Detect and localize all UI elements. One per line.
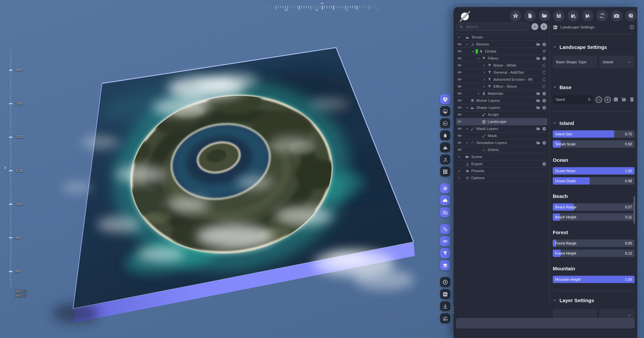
section-heading-landscape-settings[interactable]: Landscape Settings — [553, 44, 635, 50]
folder-icon[interactable] — [536, 106, 540, 110]
search-input[interactable] — [465, 24, 526, 29]
tree-row-presets[interactable]: Presets — [456, 167, 547, 175]
app-logo[interactable] — [458, 10, 472, 23]
info-icon[interactable] — [629, 24, 635, 30]
download-button[interactable] — [440, 301, 450, 311]
view-mode-button[interactable] — [440, 94, 450, 104]
section-heading-beach[interactable]: Beach — [553, 193, 635, 199]
terrain-wireframe-button[interactable] — [440, 118, 450, 128]
visibility-eye-icon[interactable] — [457, 42, 462, 47]
inspector-scrollbar[interactable] — [634, 196, 635, 224]
tree-row-general-add-set[interactable]: General - Add/Set — [456, 69, 547, 76]
seed-field[interactable]: Seed0 — [553, 95, 593, 104]
tree-row-sculpt[interactable]: Sculpt — [456, 111, 547, 118]
save-plus-button[interactable] — [568, 10, 579, 21]
refresh-icon[interactable] — [542, 77, 546, 82]
folder-icon[interactable] — [536, 127, 540, 131]
visibility-eye-icon[interactable] — [457, 77, 462, 82]
visibility-eye-icon[interactable] — [457, 84, 462, 89]
slider-island-size[interactable]: Island Size0.75 — [553, 130, 635, 138]
plus-c-icon[interactable] — [542, 127, 546, 131]
slider-beach-height[interactable]: Beach Height0.11 — [553, 213, 635, 221]
console-bar[interactable] — [456, 318, 635, 328]
plus-c-icon[interactable] — [542, 106, 546, 110]
visibility-eye-icon[interactable] — [457, 140, 462, 145]
slider-terrain-scale[interactable]: Terrain Scale0.50 — [553, 140, 635, 148]
tree-row-options[interactable]: Options — [456, 175, 547, 182]
section-heading-base[interactable]: Base — [553, 84, 635, 90]
tree-row-mask[interactable]: Mask — [456, 132, 547, 139]
tree-row-noise-white[interactable]: Noise - White — [456, 62, 547, 69]
filters-button[interactable] — [440, 248, 450, 258]
slider-ocean-noise[interactable]: Ocean Noise1.00 — [553, 167, 635, 175]
visibility-eye-icon[interactable] — [457, 49, 462, 54]
section-heading-mountain[interactable]: Mountain — [553, 265, 635, 272]
folder-icon[interactable] — [536, 91, 540, 96]
slider-ocean-depth[interactable]: Ocean Depth0.48 — [553, 177, 635, 185]
plus-c-icon[interactable] — [542, 91, 546, 96]
increment-button[interactable] — [604, 96, 611, 103]
sync-button[interactable] — [596, 10, 608, 21]
slider-forest-height[interactable]: Forest Height0.12 — [553, 250, 635, 257]
expand-chevron[interactable] — [465, 141, 470, 145]
visibility-eye-icon[interactable] — [457, 91, 462, 96]
save-edit-button[interactable] — [582, 10, 593, 21]
slider-beach-range[interactable]: Beach Range0.27 — [553, 203, 635, 211]
section-heading-ocean[interactable]: Ocean — [553, 156, 635, 163]
expand-chevron[interactable] — [471, 50, 476, 53]
tree-row-effect-shore[interactable]: Effect - Shore — [456, 83, 547, 90]
save-icon[interactable] — [621, 97, 627, 102]
tree-row-filters[interactable]: Filters — [456, 55, 547, 62]
expand-chevron[interactable] — [477, 92, 482, 95]
refresh-icon[interactable] — [542, 70, 546, 75]
expand-chevron[interactable] — [482, 64, 487, 67]
plus-c-icon[interactable] — [542, 98, 546, 103]
file-button[interactable] — [524, 10, 536, 21]
folder-icon[interactable] — [536, 42, 540, 47]
camera-button[interactable] — [611, 10, 622, 21]
expand-chevron[interactable] — [477, 57, 482, 60]
screenshot-button[interactable] — [440, 289, 450, 299]
plus-c-icon[interactable] — [542, 56, 546, 61]
refresh-icon[interactable] — [542, 63, 546, 68]
slider-mountain-height[interactable]: Mountain Height1.00 — [553, 276, 635, 283]
ocean-button[interactable] — [440, 207, 450, 217]
viewport-3d[interactable]: WNES 14001300120011001000900800 Max 97 M… — [0, 0, 453, 338]
select-base-shape-type-dropdown[interactable]: Island — [599, 56, 635, 68]
select-item-dropdown[interactable] — [599, 309, 635, 318]
compass-ruler[interactable] — [264, 6, 380, 10]
save-button[interactable] — [553, 10, 565, 21]
plus-c-icon[interactable] — [542, 42, 546, 47]
expand-chevron[interactable] — [465, 106, 470, 110]
visibility-eye-icon[interactable] — [457, 63, 462, 68]
tree-row-simulation-layers[interactable]: Simulation Layers — [456, 139, 547, 146]
tree-row-materials[interactable]: Materials — [456, 90, 547, 97]
expand-chevron[interactable] — [465, 43, 470, 46]
tree-row-debris[interactable]: Debris — [456, 146, 547, 153]
folder-icon[interactable] — [536, 141, 540, 145]
section-heading-layer-settings[interactable]: Layer Settings — [553, 297, 635, 303]
help-button[interactable] — [625, 10, 637, 21]
search-next-button[interactable] — [540, 23, 547, 30]
visibility-eye-icon[interactable] — [457, 105, 462, 110]
search-collapse-button[interactable] — [531, 23, 538, 30]
mountain-button[interactable] — [440, 142, 450, 152]
slider-forest-range[interactable]: Forest Range0.05 — [553, 240, 635, 247]
stats-button[interactable] — [440, 313, 450, 323]
folder-icon[interactable] — [536, 98, 540, 103]
terrain-sphere-button[interactable] — [440, 106, 450, 116]
water-button[interactable] — [440, 130, 450, 140]
dice-icon[interactable] — [613, 97, 619, 102]
tree-row-shape-layers[interactable]: Shape Layers — [456, 104, 547, 111]
visibility-eye-icon[interactable] — [457, 126, 462, 131]
sidebar-expand-icon[interactable] — [3, 165, 8, 170]
auto-process-button[interactable] — [440, 224, 450, 234]
sun-button[interactable] — [440, 183, 450, 193]
section-heading-island[interactable]: Island — [553, 120, 635, 126]
visibility-button[interactable] — [440, 236, 450, 246]
tree-row-landscape[interactable]: Landscape — [456, 118, 547, 125]
panel-resize-handle[interactable] — [453, 307, 454, 313]
record-button[interactable] — [440, 277, 450, 287]
grid-button[interactable] — [440, 166, 450, 177]
plus-c-icon[interactable] — [542, 141, 546, 145]
